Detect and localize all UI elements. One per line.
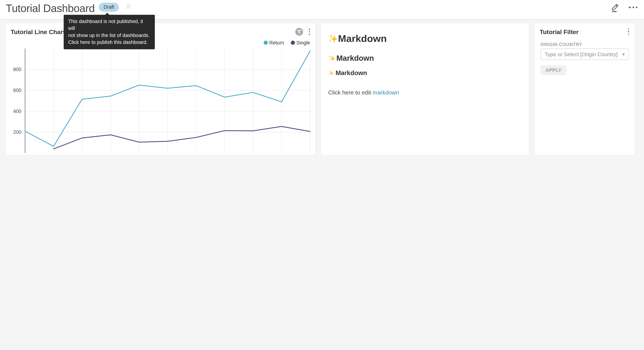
favorite-star-icon[interactable]: ☆ xyxy=(125,2,132,11)
tooltip-line: This dashboard is not published, it will xyxy=(68,18,150,32)
sparkles-icon xyxy=(328,70,334,76)
card-actions xyxy=(295,28,311,36)
markdown-h1: Markdown xyxy=(328,33,522,44)
filter-title: Tutorial Filter xyxy=(540,28,578,35)
legend-item-single[interactable]: Single xyxy=(290,40,310,46)
line-chart-card: Tutorial Line Chart ReturnSingle 2004006… xyxy=(6,23,316,155)
filter-card: Tutorial Filter ORIGIN COUNTRY Type or S… xyxy=(535,23,634,155)
filter-field-label: ORIGIN COUNTRY xyxy=(540,42,582,47)
legend-item-return[interactable]: Return xyxy=(264,40,284,46)
series-line-single xyxy=(54,126,310,149)
legend-label: Single xyxy=(296,40,310,46)
chart-legend: ReturnSingle xyxy=(264,40,310,46)
header-actions xyxy=(611,2,638,13)
edit-dashboard-icon[interactable] xyxy=(611,2,621,12)
draft-tooltip: This dashboard is not published, it will… xyxy=(64,15,155,49)
y-tick-label: 400 xyxy=(13,108,21,114)
sparkles-icon xyxy=(328,34,338,44)
markdown-h3: Markdown xyxy=(328,70,522,77)
y-tick-label: 800 xyxy=(13,66,21,72)
sparkles-icon xyxy=(328,54,336,62)
markdown-paragraph: Click here to edit markdown xyxy=(328,89,522,96)
chart-menu-icon[interactable] xyxy=(308,28,311,36)
legend-label: Return xyxy=(269,40,284,46)
more-actions-icon[interactable] xyxy=(629,6,638,8)
applied-filter-icon[interactable] xyxy=(295,28,303,36)
card-actions xyxy=(626,28,630,35)
markdown-card: Markdown Markdown Markdown Click here to… xyxy=(321,23,529,155)
tooltip-line: Click here to publish this dashboard. xyxy=(68,39,150,46)
page-title: Tutorial Dashboard xyxy=(6,0,95,16)
markdown-edit-link[interactable]: markdown xyxy=(372,89,399,96)
legend-dot xyxy=(264,40,268,45)
markdown-h2: Markdown xyxy=(328,54,522,63)
origin-country-select[interactable]: Type or Select [Origin Country] ▾ xyxy=(540,48,629,60)
chevron-down-icon: ▾ xyxy=(622,52,625,57)
y-tick-label: 200 xyxy=(13,129,21,135)
tooltip-line: not show up in the list of dashboards. xyxy=(68,32,150,39)
dashboard-page: Tutorial Dashboard Draft ☆ This dashboar… xyxy=(0,0,644,155)
filter-menu-icon[interactable] xyxy=(626,28,630,35)
y-tick-label: 600 xyxy=(13,88,21,93)
markdown-body: Markdown Markdown Markdown Click here to… xyxy=(321,23,529,96)
status-badge[interactable]: Draft xyxy=(99,3,119,12)
legend-dot xyxy=(290,40,295,45)
select-placeholder: Type or Select [Origin Country] xyxy=(544,51,621,57)
apply-button[interactable]: APPLY xyxy=(540,65,566,75)
